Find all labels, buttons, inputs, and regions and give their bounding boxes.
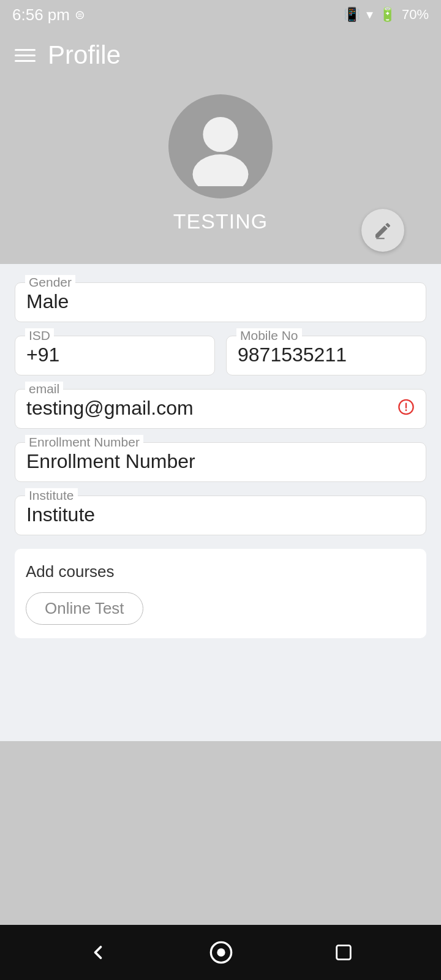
phone-row: ISD +91 Mobile No 9871535211 <box>15 336 426 375</box>
profile-section: TESTING <box>0 76 441 264</box>
username: TESTING <box>173 209 268 233</box>
svg-point-5 <box>405 409 407 411</box>
error-icon <box>398 398 415 420</box>
isd-label: ISD <box>25 328 54 343</box>
mobile-value: 9871535211 <box>238 344 415 366</box>
isd-value: +91 <box>26 344 203 366</box>
institute-label: Institute <box>25 488 78 503</box>
email-label: email <box>25 382 63 396</box>
back-button[interactable] <box>87 941 109 963</box>
courses-section: Add courses Online Test <box>15 549 426 638</box>
avatar <box>168 94 273 198</box>
institute-field[interactable]: Institute Institute <box>15 496 426 535</box>
home-button[interactable] <box>209 940 233 965</box>
status-time: 6:56 pm ⊜ <box>12 6 85 24</box>
recent-apps-icon <box>333 942 354 963</box>
enrollment-label: Enrollment Number <box>25 435 143 450</box>
course-chip-online-test[interactable]: Online Test <box>26 592 143 625</box>
recent-apps-button[interactable] <box>333 942 354 963</box>
gender-label: Gender <box>25 275 75 290</box>
status-bar: 6:56 pm ⊜ 📳 ▾ 🔋 70% <box>0 0 441 29</box>
edit-profile-button[interactable] <box>361 209 404 252</box>
email-field[interactable]: email testing@gmail.com <box>15 389 426 429</box>
page-title: Profile <box>48 40 121 70</box>
wifi-icon: ▾ <box>366 7 373 23</box>
svg-point-1 <box>193 154 249 186</box>
gender-field[interactable]: Gender Male <box>15 282 426 322</box>
svg-rect-8 <box>337 946 351 960</box>
courses-title: Add courses <box>26 562 415 581</box>
header: Profile <box>0 29 441 76</box>
home-icon <box>209 940 233 965</box>
battery-icon: 🔋 <box>379 7 396 23</box>
battery-text: 70% <box>402 7 429 23</box>
email-value: testing@gmail.com <box>26 397 415 420</box>
hamburger-menu-button[interactable] <box>15 49 36 62</box>
navigation-bar <box>0 925 441 980</box>
gender-value: Male <box>26 290 415 313</box>
mobile-label: Mobile No <box>236 328 302 343</box>
enrollment-value: Enrollment Number <box>26 450 415 473</box>
mobile-field[interactable]: Mobile No 9871535211 <box>226 336 426 375</box>
isd-field[interactable]: ISD +91 <box>15 336 215 375</box>
edit-icon <box>373 221 393 240</box>
svg-point-0 <box>203 117 238 152</box>
sim-icon: ⊜ <box>75 7 85 22</box>
svg-point-7 <box>217 948 225 956</box>
enrollment-field[interactable]: Enrollment Number Enrollment Number <box>15 442 426 482</box>
institute-value: Institute <box>26 503 415 526</box>
back-icon <box>87 941 109 963</box>
vibrate-icon: 📳 <box>344 7 360 23</box>
status-icons: 📳 ▾ 🔋 70% <box>344 7 429 23</box>
form-section: Gender Male ISD +91 Mobile No 9871535211… <box>0 264 441 741</box>
gray-bottom-area <box>0 741 441 925</box>
